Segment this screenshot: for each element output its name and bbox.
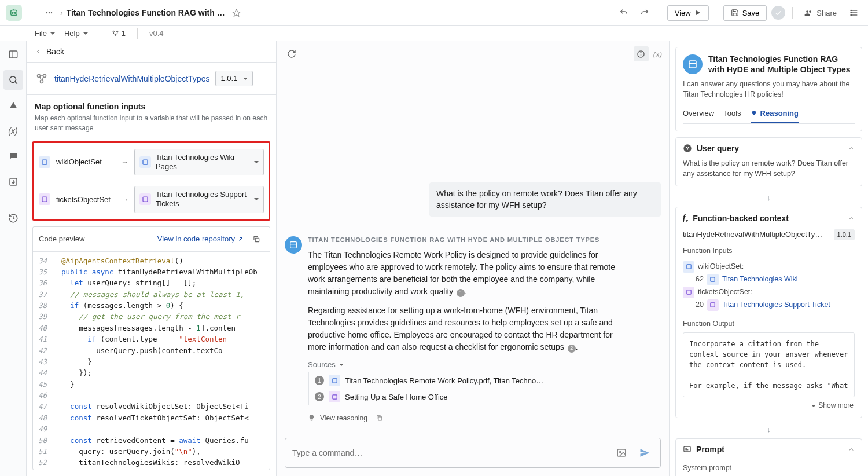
system-prompt-label: System prompt (683, 463, 855, 474)
send-icon[interactable] (636, 444, 653, 462)
svg-rect-18 (9, 51, 17, 58)
agent-title: Titan Technologies Function RAG with HyD… (708, 54, 855, 75)
svg-rect-45 (686, 265, 690, 269)
info-icon[interactable] (634, 46, 649, 61)
chat-input-container (285, 438, 661, 468)
copy-reasoning-icon[interactable] (372, 411, 387, 425)
object-icon (329, 391, 340, 402)
svg-point-16 (116, 31, 117, 32)
source-item[interactable]: 2Setting Up a Safe Home Office (308, 389, 661, 405)
flow-arrow-icon: ↓ (675, 192, 862, 207)
app-logo-icon (6, 5, 22, 21)
fn-output-label: Function Output (683, 319, 855, 329)
object-select[interactable]: Titan Technologies Support Tickets (134, 186, 264, 213)
svg-rect-34 (290, 242, 297, 248)
arrow-icon: → (121, 158, 128, 166)
prompt-block-head[interactable]: Prompt (676, 439, 862, 460)
user-message: What is the policy on remote work? Does … (429, 182, 661, 217)
svg-marker-7 (233, 9, 240, 16)
sources-toggle[interactable]: Sources (308, 360, 661, 369)
view-reasoning-link[interactable]: View reasoning (320, 414, 367, 422)
svg-point-15 (113, 31, 114, 32)
rail-shape-icon[interactable] (3, 96, 23, 115)
bulb-icon (308, 414, 315, 422)
map-inputs-heading: Map optional function inputs (27, 95, 276, 113)
svg-point-12 (851, 10, 851, 10)
fn-input-value[interactable]: 62 Titan Technologies Wiki (683, 274, 855, 285)
svg-point-25 (41, 80, 43, 83)
file-menu[interactable]: File (35, 29, 55, 38)
svg-rect-49 (684, 447, 690, 452)
rail-chat-icon[interactable] (3, 147, 23, 166)
version-select[interactable]: 1.0.1 (215, 71, 253, 86)
object-select[interactable]: Titan Technologies Wiki Pages (134, 149, 264, 176)
breadcrumb-more-icon[interactable] (42, 5, 57, 20)
input-name: ticketsObjectSet (56, 195, 115, 204)
svg-point-20 (10, 76, 16, 83)
fn-context-version: 1.0.1 (834, 229, 855, 240)
rail-variable-icon[interactable]: (x) (3, 121, 23, 141)
page-title: Titan Technologies Function RAG with … (67, 8, 225, 17)
rail-search-icon[interactable] (3, 70, 23, 90)
copy-code-icon[interactable] (249, 232, 264, 247)
menu-icon[interactable] (846, 5, 862, 21)
rail-history-icon[interactable] (3, 208, 23, 228)
sidebar-rail: (x) (0, 41, 27, 476)
tab-reasoning[interactable]: Reasoning (751, 107, 799, 123)
rail-export-icon[interactable] (3, 172, 23, 192)
bot-avatar-icon (285, 236, 302, 254)
tab-tools[interactable]: Tools (723, 107, 741, 123)
undo-icon[interactable] (616, 5, 632, 21)
view-code-repo-link[interactable]: View in code repository (157, 235, 244, 243)
citation-badge-1[interactable]: 1 (457, 289, 465, 297)
variable-icon[interactable]: (x) (653, 50, 662, 58)
fn-input-item: ticketsObjectSet: (683, 285, 855, 299)
breadcrumb-separator: › (60, 8, 63, 17)
help-menu[interactable]: Help (64, 29, 88, 38)
svg-rect-36 (332, 379, 336, 383)
fn-context-block-head[interactable]: fx Function-backed context (676, 207, 862, 229)
svg-point-2 (14, 12, 16, 13)
svg-rect-27 (143, 160, 148, 164)
svg-rect-28 (42, 197, 47, 202)
save-button[interactable]: Save (723, 5, 767, 21)
rail-panel-icon[interactable] (3, 45, 23, 64)
user-query-block-head[interactable]: ? User query (676, 138, 862, 159)
map-inputs-sub: Map each optional function input to a va… (27, 113, 276, 139)
save-check-icon[interactable] (771, 6, 785, 20)
svg-point-40 (620, 451, 621, 452)
code-preview-label: Code preview (39, 235, 85, 243)
view-button[interactable]: View (667, 5, 709, 21)
share-button[interactable]: Share (800, 6, 841, 20)
image-icon[interactable] (613, 444, 630, 462)
svg-rect-48 (711, 303, 715, 307)
svg-point-5 (49, 12, 50, 13)
svg-rect-47 (686, 290, 690, 294)
refresh-icon[interactable] (284, 46, 300, 62)
object-icon (39, 193, 50, 205)
object-icon (707, 274, 719, 285)
back-button[interactable]: Back (27, 41, 276, 63)
function-icon (35, 72, 49, 86)
map-inputs-box: wikiObjectSet → Titan Technologies Wiki … (32, 141, 270, 221)
svg-point-33 (641, 52, 641, 53)
source-item[interactable]: 1Titan Technologies Remote Work Policy.p… (308, 372, 661, 389)
version-label: v0.4 (149, 29, 164, 38)
arrow-icon: → (121, 195, 128, 204)
object-icon (329, 375, 340, 386)
input-name: wikiObjectSet (56, 158, 115, 166)
svg-point-17 (115, 35, 116, 36)
branch-indicator[interactable]: 1 (112, 29, 126, 38)
svg-rect-37 (332, 395, 336, 399)
svg-text:?: ? (686, 145, 689, 151)
redo-icon[interactable] (637, 5, 653, 21)
tab-overview[interactable]: Overview (683, 107, 714, 123)
fn-input-value[interactable]: 20 Titan Technologies Support Ticket (683, 299, 855, 311)
chat-input[interactable] (292, 448, 607, 457)
svg-point-13 (851, 12, 851, 13)
fn-input-item: wikiObjectSet: (683, 260, 855, 274)
citation-badge-2[interactable]: 2 (568, 345, 576, 353)
function-name[interactable]: titanHydeRetrievalWithMultipleObjectType… (54, 74, 209, 83)
show-more-link[interactable]: Show more (683, 397, 855, 411)
star-icon[interactable] (229, 5, 244, 21)
